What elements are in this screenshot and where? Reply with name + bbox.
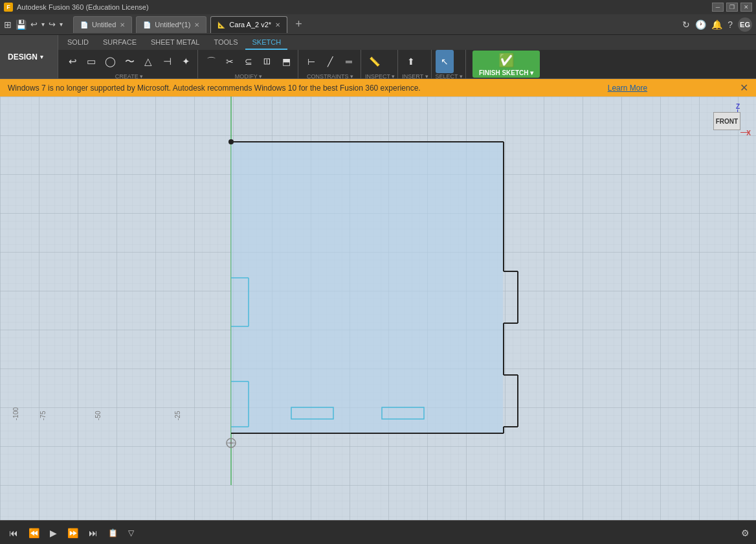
spline-button[interactable]: 〜 [120, 50, 139, 73]
undo-dropdown-icon[interactable]: ▾ [41, 21, 45, 28]
status-bar: ⏮ ⏪ ▶ ⏩ ⏭ 📋 ▽ ⚙ [0, 520, 756, 544]
clock-icon[interactable]: 🕐 [695, 19, 706, 30]
redo-dropdown-icon[interactable]: ▾ [60, 21, 63, 28]
circle-button[interactable]: ◯ [101, 50, 120, 73]
tab-label-untitled: Untitled [92, 21, 116, 28]
arc-button[interactable]: ↩ [63, 50, 82, 73]
restore-button[interactable]: ❐ [726, 3, 738, 12]
main-content: -100 -75 -50 -25 Z FRONT X [0, 96, 756, 520]
timeline-icon[interactable]: 📋 [106, 527, 120, 539]
polygon-button[interactable]: △ [139, 50, 157, 73]
point-button[interactable]: ✦ [177, 50, 195, 73]
app-title: Autodesk Fusion 360 (Education License) [17, 3, 149, 11]
tab-cara[interactable]: 📐 Cara A_2 v2* ✕ [210, 16, 287, 33]
svg-text:-100: -100 [12, 407, 19, 420]
design-label: DESIGN [8, 52, 38, 62]
svg-text:-50: -50 [94, 411, 102, 420]
view-cube-box[interactable]: FRONT [713, 112, 740, 130]
prev-frame-button[interactable]: ⏪ [26, 527, 42, 539]
notification-icon[interactable]: 🔔 [711, 19, 722, 30]
trim-button[interactable]: ✂ [221, 50, 239, 73]
equal-button[interactable]: ═ [340, 50, 358, 73]
app-icon: F [4, 3, 13, 12]
mirror-button[interactable]: ⊟ [258, 50, 276, 73]
window-controls: ─ ❐ ✕ [712, 3, 752, 12]
tab-close-untitled2[interactable]: ✕ [194, 21, 199, 28]
rectangle-button[interactable]: ▭ [82, 50, 100, 73]
measure-button[interactable]: 📏 [365, 50, 384, 73]
dimension-constraint-button[interactable]: ⊢ [302, 50, 320, 73]
app-menu-icon[interactable]: ⊞ [4, 19, 12, 30]
view-cube[interactable]: Z FRONT X [711, 103, 750, 142]
next-frame-button[interactable]: ⏩ [65, 527, 81, 539]
svg-text:-25: -25 [174, 411, 181, 420]
canvas-area[interactable]: -100 -75 -50 -25 Z FRONT X [0, 96, 756, 520]
toolbar-buttons: ↩ ▭ ◯ 〜 △ ⊣ [58, 50, 756, 78]
tab-untitled[interactable]: 📄 Untitled ✕ [73, 16, 132, 33]
fillet-button[interactable]: ⌒ [202, 50, 220, 73]
svg-point-24 [228, 139, 234, 144]
offset-button[interactable]: ⊆ [239, 50, 258, 73]
notification-bar: Windows 7 is no longer supported by Micr… [0, 79, 756, 96]
settings-button[interactable]: ⚙ [741, 528, 750, 538]
play-button[interactable]: ▶ [47, 527, 60, 539]
view-cube-x-axis: X [746, 130, 751, 137]
tab-sketch[interactable]: SKETCH [245, 35, 287, 50]
design-chevron: ▾ [40, 54, 43, 60]
tab-icon-untitled2: 📄 [143, 21, 151, 28]
tab-close-untitled[interactable]: ✕ [120, 21, 125, 28]
svg-rect-4 [231, 142, 503, 433]
user-avatar[interactable]: EG [738, 17, 752, 32]
design-menu[interactable]: DESIGN ▾ [0, 35, 58, 78]
minimize-button[interactable]: ─ [712, 3, 724, 12]
close-button[interactable]: ✕ [740, 3, 752, 12]
notification-text: Windows 7 is no longer supported by Micr… [8, 84, 421, 93]
notification-close-button[interactable]: ✕ [740, 82, 748, 94]
title-bar: F Autodesk Fusion 360 (Education License… [0, 0, 756, 14]
tab-label-cara: Cara A_2 v2* [229, 21, 271, 28]
tab-sheet-metal[interactable]: SHEET METAL [144, 35, 206, 50]
new-tab-button[interactable]: + [291, 17, 306, 31]
tab-icon-cara: 📐 [217, 21, 225, 28]
filter-icon[interactable]: ▽ [126, 527, 137, 539]
undo-icon[interactable]: ↩ [30, 19, 38, 29]
tab-label-untitled2: Untitled*(1) [155, 21, 190, 28]
select-button[interactable]: ↖ [436, 50, 454, 73]
toolbar-tab-row: SOLID SURFACE SHEET METAL TOOLS SKETCH [58, 35, 756, 50]
project-button[interactable]: ⬒ [277, 50, 295, 73]
redo-icon[interactable]: ↪ [49, 19, 56, 29]
tab-close-cara[interactable]: ✕ [275, 21, 280, 28]
tab-solid[interactable]: SOLID [61, 35, 95, 50]
refresh-icon[interactable]: ↻ [682, 19, 690, 30]
svg-text:-75: -75 [39, 411, 47, 420]
toolbar-content: SOLID SURFACE SHEET METAL TOOLS SKETCH ↩… [58, 35, 756, 78]
finish-sketch-button[interactable]: ✅ FINISH SKETCH ▾ [472, 51, 540, 78]
prev-start-button[interactable]: ⏮ [6, 527, 21, 539]
tab-tools[interactable]: TOOLS [207, 35, 244, 50]
next-end-button[interactable]: ⏭ [86, 527, 100, 539]
toolbar: DESIGN ▾ SOLID SURFACE SHEET METAL TOOLS… [0, 35, 756, 79]
insert-button[interactable]: ⬆ [402, 50, 420, 73]
line-button[interactable]: ╱ [321, 50, 339, 73]
tab-surface[interactable]: SURFACE [96, 35, 143, 50]
help-icon[interactable]: ? [728, 19, 733, 30]
tab-icon-untitled: 📄 [80, 21, 88, 28]
notification-link[interactable]: Learn More [608, 84, 647, 93]
dimension-button[interactable]: ⊣ [158, 50, 176, 73]
tab-untitled2[interactable]: 📄 Untitled*(1) ✕ [136, 16, 206, 33]
save-icon[interactable]: 💾 [16, 19, 27, 30]
